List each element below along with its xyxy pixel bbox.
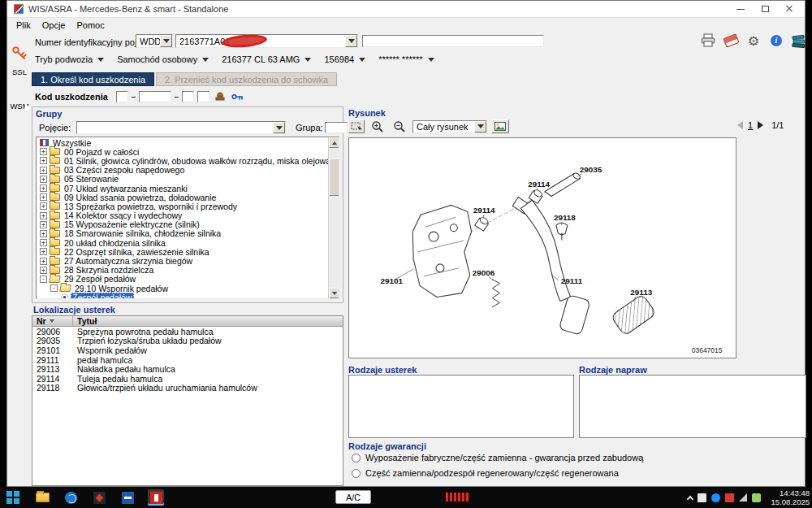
tray-icon[interactable] (725, 493, 734, 502)
collapse-icon[interactable]: - (40, 276, 47, 283)
taskbar-app-button-2[interactable] (119, 489, 136, 506)
expand-icon[interactable]: + (40, 258, 47, 265)
radio-icon[interactable] (352, 454, 361, 462)
expand-icon[interactable]: + (40, 248, 47, 255)
tree-item[interactable]: -29 Zespół pedałów (37, 275, 327, 284)
chevron-down-icon[interactable] (160, 35, 172, 47)
chevron-up-icon[interactable] (687, 495, 693, 501)
vehicle-designation-field[interactable] (362, 35, 544, 47)
radio-icon[interactable] (352, 469, 361, 478)
expand-icon[interactable]: + (40, 176, 47, 183)
stamp-button[interactable] (213, 89, 227, 105)
scroll-down-icon[interactable] (329, 288, 339, 298)
column-nr[interactable]: Nr (32, 316, 73, 326)
tree-item[interactable]: +00 Pojazd w całości (37, 147, 327, 156)
start-button[interactable] (6, 491, 21, 504)
fault-location-row[interactable]: 29113Nakładka pedału hamulca (32, 364, 343, 374)
tree-item[interactable]: -29.10 Wspornik pedałów (37, 284, 327, 293)
tree-item[interactable]: +27 Automatyczna skrzynia biegów (37, 256, 327, 265)
tree-item[interactable]: +05 Sterowanie (37, 175, 327, 184)
tree-item[interactable]: +09 Układ ssania powietrza, doładowanie (37, 193, 327, 202)
ssl-button[interactable]: SSL (7, 45, 32, 76)
drawing-view-select[interactable]: Cały rysunek (412, 120, 487, 133)
tree-item[interactable]: +20 układ chłodzenia silnika (37, 238, 327, 247)
tray-icon[interactable] (752, 493, 761, 502)
vehicle-type-dropdown[interactable]: Samochód osobowy (117, 54, 209, 64)
expand-icon[interactable]: + (40, 167, 47, 174)
fault-location-row[interactable]: 29114Tuleja pedału hamulca (32, 374, 343, 384)
tree-item[interactable]: +01 Silnik, głowica cylindrów, obudowa w… (37, 156, 327, 165)
print-button[interactable] (699, 33, 717, 49)
damage-code-field-4[interactable] (197, 91, 209, 102)
menu-plik[interactable]: Plik (11, 20, 36, 31)
menu-opcje[interactable]: Opcje (37, 20, 71, 31)
damage-code-field-3[interactable] (182, 91, 194, 102)
info-button[interactable] (767, 33, 785, 49)
tab-define-damage-code[interactable]: 1. Określ kod uszkodzenia (32, 72, 154, 86)
tree-scrollbar[interactable] (328, 137, 339, 298)
tree-item[interactable]: +18 Smarowanie silnika, chłodzenie silni… (37, 229, 327, 238)
tray-icon[interactable] (739, 493, 747, 501)
tray-icon[interactable] (711, 493, 720, 502)
taskbar-browser-button[interactable] (63, 489, 79, 506)
expand-icon[interactable]: + (40, 267, 47, 274)
serial-dropdown[interactable]: 156984 (324, 54, 365, 64)
masked-dropdown[interactable]: ****** ****** (378, 54, 434, 64)
eraser-button[interactable] (722, 33, 740, 49)
taskbar-wis-button[interactable] (148, 489, 164, 506)
expand-icon[interactable]: + (40, 157, 47, 164)
taskbar-folder-button[interactable] (34, 489, 50, 506)
manuals-button[interactable] (790, 33, 808, 49)
zoom-out-button[interactable] (391, 119, 408, 135)
page-number[interactable]: 1 (748, 120, 753, 130)
wsm-button[interactable]: WSM (7, 100, 32, 111)
scrollbar-thumb[interactable] (329, 158, 339, 196)
chevron-down-icon[interactable] (273, 122, 285, 133)
tab-copy-damage-code[interactable]: 2. Przenieś kod uszkodzenia do schowka (156, 72, 337, 86)
zoom-in-button[interactable] (369, 119, 387, 135)
tree-item[interactable]: Wszystkie (37, 138, 327, 147)
collapse-icon[interactable]: - (50, 284, 58, 292)
fault-types-list[interactable] (348, 375, 574, 438)
vin-wmi-select[interactable]: WDD (136, 34, 173, 48)
expand-icon[interactable]: + (40, 148, 47, 155)
fault-location-row[interactable]: 29035Trzpień łożyska/śruba układu pedałó… (32, 336, 343, 346)
previous-page-icon[interactable] (737, 121, 743, 129)
term-select[interactable] (76, 121, 286, 134)
warranty-option-2[interactable]: Część zamienna/podzespół regenerowany/cz… (352, 468, 619, 478)
key-button[interactable] (231, 89, 245, 105)
damage-code-field-2[interactable] (139, 91, 171, 102)
scroll-up-icon[interactable] (329, 137, 339, 148)
chevron-down-icon[interactable] (345, 35, 357, 47)
tree-item[interactable]: +14 Kolektor ssący i wydechowy (37, 211, 327, 220)
chevron-down-icon[interactable] (474, 121, 486, 132)
fault-location-row[interactable]: 29101Wspornik pedałów (32, 345, 343, 355)
expand-icon[interactable]: + (40, 230, 47, 237)
expand-icon[interactable]: + (40, 239, 47, 246)
taskbar-clock[interactable]: 14:43:48 15.08.2025 (766, 488, 810, 506)
settings-button[interactable] (745, 33, 762, 49)
image-view-button[interactable] (491, 119, 509, 133)
model-dropdown[interactable]: 216377 CL 63 AMG (222, 54, 311, 64)
maximize-button[interactable] (753, 2, 777, 17)
expand-icon[interactable]: + (40, 185, 47, 192)
drawing-area[interactable]: 2903529114291142911829101290062911129113… (348, 137, 736, 358)
tree-item[interactable]: +22 Osprzęt silnika, zawieszenie silnika (37, 247, 327, 256)
tree-item[interactable]: +15 Wyposażenie elektryczne (silnik) (37, 220, 327, 229)
tree-item[interactable]: +03 Części zespołu napędowego (37, 166, 327, 175)
taskbar-app-button-1[interactable] (91, 489, 107, 506)
tree-item[interactable]: Zespół pedałów (37, 293, 327, 299)
expand-icon[interactable]: + (40, 202, 47, 210)
tray-icon[interactable] (698, 493, 706, 502)
close-button[interactable] (777, 2, 801, 17)
fault-location-row[interactable]: 29118Głowica/trzpień układu uruchamiania… (32, 384, 343, 393)
ac-button[interactable]: A/C (335, 490, 371, 504)
expand-icon[interactable]: + (40, 212, 47, 219)
fault-location-row[interactable]: 29111pedał hamulca (32, 355, 343, 365)
expand-icon[interactable]: + (40, 193, 47, 201)
minimize-button[interactable] (728, 2, 753, 17)
chassis-mode-dropdown[interactable]: Tryb podwozia (35, 54, 104, 64)
fault-location-row[interactable]: 29006Sprężyna powrotna pedału hamulca (32, 327, 343, 336)
next-page-icon[interactable] (758, 121, 763, 129)
vin-input[interactable]: 2163771A01 (175, 34, 358, 48)
